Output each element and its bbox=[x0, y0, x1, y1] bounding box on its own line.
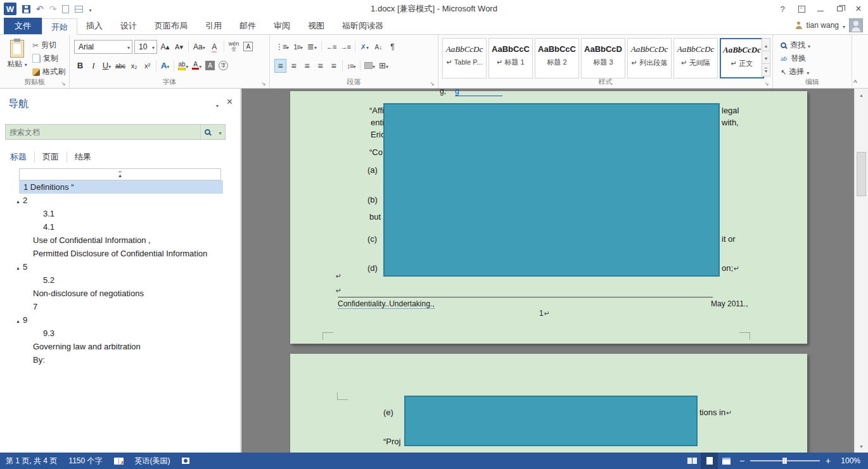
align-left-button[interactable] bbox=[274, 59, 286, 73]
search-options-button[interactable] bbox=[215, 125, 225, 139]
style-item-table-paragraph[interactable]: AaBbCcDc↵ Table P... bbox=[442, 38, 487, 78]
highlight-button[interactable]: ab bbox=[177, 59, 189, 73]
nav-heading-item[interactable]: Non-disclosure of negotiations bbox=[13, 287, 223, 300]
font-dialog-launcher[interactable] bbox=[260, 78, 267, 86]
shrink-font-button[interactable] bbox=[173, 40, 185, 54]
nav-heading-item[interactable]: 7 bbox=[13, 300, 223, 313]
style-item-heading2[interactable]: AaBbCcC标题 2 bbox=[535, 38, 579, 78]
nav-heading-item[interactable]: 2 bbox=[13, 194, 223, 207]
subscript-button[interactable] bbox=[128, 59, 140, 73]
jump-to-top-button[interactable] bbox=[19, 168, 221, 180]
align-right-button[interactable] bbox=[301, 59, 313, 73]
font-name-combobox[interactable]: Arial bbox=[74, 40, 132, 54]
collapse-triangle-icon[interactable] bbox=[15, 262, 23, 272]
align-center-button[interactable] bbox=[288, 59, 300, 73]
redo-button[interactable] bbox=[49, 4, 57, 14]
style-item-heading3[interactable]: AaBbCcD标题 3 bbox=[581, 38, 625, 78]
tab-design[interactable]: 设计 bbox=[112, 18, 146, 34]
nav-heading-item[interactable]: 4.1 bbox=[13, 220, 223, 234]
nav-tab-pages[interactable]: 页面 bbox=[35, 151, 67, 163]
bold-button[interactable] bbox=[74, 59, 86, 73]
style-item-heading1[interactable]: AaBbCcC↵ 标题 1 bbox=[488, 38, 533, 78]
tab-insert[interactable]: 插入 bbox=[77, 18, 112, 34]
word-count[interactable]: 1150 个字 bbox=[63, 453, 108, 469]
change-case-button[interactable] bbox=[192, 40, 207, 54]
cut-button[interactable]: 剪切 bbox=[32, 39, 65, 52]
ribbon-display-options-button[interactable] bbox=[792, 1, 811, 16]
select-button[interactable]: 选择 bbox=[781, 65, 810, 78]
styles-scroll-up-button[interactable] bbox=[762, 38, 770, 51]
styles-more-button[interactable] bbox=[762, 63, 770, 77]
justify-button[interactable] bbox=[314, 59, 326, 73]
italic-button[interactable] bbox=[87, 59, 99, 73]
nav-heading-item[interactable]: 9.3 bbox=[13, 327, 223, 340]
scroll-up-button[interactable] bbox=[855, 90, 868, 100]
distributed-button[interactable] bbox=[328, 59, 340, 73]
tab-review[interactable]: 审阅 bbox=[265, 18, 299, 34]
document-page-2[interactable]: (e) tions in↵ “Proj bbox=[290, 354, 807, 453]
scroll-down-button[interactable] bbox=[855, 441, 868, 451]
nav-heading-item[interactable]: 5.2 bbox=[13, 273, 223, 287]
tab-file[interactable]: 文件 bbox=[4, 18, 42, 34]
tab-references[interactable]: 引用 bbox=[196, 18, 231, 34]
bullets-button[interactable] bbox=[274, 40, 290, 54]
style-item-list-paragraph[interactable]: AaBbCcDc↵ 列出段落 bbox=[627, 38, 672, 78]
language-indicator[interactable]: 英语(美国) bbox=[129, 453, 176, 469]
nav-heading-item[interactable]: By: bbox=[13, 353, 223, 366]
nav-heading-item[interactable]: Permitted Disclosure of Confidential Inf… bbox=[13, 247, 223, 260]
navigation-pane-options-button[interactable] bbox=[216, 100, 219, 109]
tab-home[interactable]: 开始 bbox=[42, 18, 77, 35]
close-button[interactable] bbox=[849, 1, 868, 16]
undo-button[interactable] bbox=[36, 4, 44, 14]
search-input[interactable] bbox=[6, 128, 200, 137]
font-size-combobox[interactable]: 10 bbox=[134, 40, 157, 54]
paragraph-dialog-launcher[interactable] bbox=[428, 78, 436, 86]
redaction-shape-1[interactable] bbox=[383, 103, 720, 277]
page-indicator[interactable]: 第 1 页, 共 4 页 bbox=[0, 453, 63, 469]
tab-view[interactable]: 视图 bbox=[299, 18, 333, 34]
restore-button[interactable] bbox=[830, 1, 849, 16]
minimize-button[interactable] bbox=[811, 1, 830, 16]
redaction-shape-2[interactable] bbox=[404, 396, 698, 446]
grow-font-button[interactable] bbox=[159, 40, 171, 54]
paste-button[interactable]: 粘贴 bbox=[3, 38, 31, 80]
numbering-button[interactable] bbox=[292, 40, 304, 54]
text-effects-button[interactable] bbox=[159, 59, 171, 73]
increase-indent-button[interactable] bbox=[339, 40, 351, 54]
find-button[interactable]: 查找 bbox=[781, 39, 810, 52]
superscript-button[interactable] bbox=[141, 59, 153, 73]
tab-foxit-reader[interactable]: 福昕阅读器 bbox=[333, 18, 392, 34]
save-button[interactable] bbox=[22, 5, 30, 13]
style-item-no-spacing[interactable]: AaBbCcDc↵ 无间隔 bbox=[673, 38, 718, 78]
document-search-box[interactable] bbox=[5, 124, 226, 140]
zoom-level[interactable]: 100% bbox=[835, 456, 868, 465]
underline-button[interactable] bbox=[101, 59, 113, 73]
web-layout-button[interactable] bbox=[718, 453, 735, 469]
line-spacing-button[interactable] bbox=[345, 59, 357, 73]
shading-button[interactable] bbox=[363, 59, 376, 73]
format-painter-button[interactable]: 格式刷 bbox=[32, 65, 65, 78]
navigation-pane-close-button[interactable] bbox=[227, 96, 233, 108]
nav-heading-item[interactable]: 9 bbox=[13, 313, 223, 327]
collapse-triangle-icon[interactable] bbox=[15, 315, 23, 325]
zoom-in-button[interactable]: + bbox=[821, 453, 835, 469]
vertical-scrollbar[interactable] bbox=[854, 89, 868, 453]
nav-heading-item-selected[interactable]: 1 Definitions “ bbox=[19, 180, 223, 194]
copy-button[interactable]: 复制 bbox=[32, 52, 65, 65]
phonetic-guide-button[interactable]: wén变 bbox=[227, 40, 241, 54]
hyperlink-fragment[interactable]: g bbox=[455, 89, 502, 96]
sort-button[interactable] bbox=[373, 40, 385, 54]
zoom-out-button[interactable]: − bbox=[735, 453, 749, 469]
show-marks-button[interactable] bbox=[386, 40, 399, 54]
tab-mailings[interactable]: 邮件 bbox=[231, 18, 265, 34]
character-border-button[interactable]: A bbox=[242, 40, 254, 54]
collapse-triangle-icon[interactable] bbox=[15, 196, 23, 205]
qat-customize-button[interactable] bbox=[89, 4, 91, 14]
nav-heading-item[interactable]: Governing law and arbitration bbox=[13, 340, 223, 353]
document-canvas[interactable]: g,g “Affi legal entit with, Eric “Co (a)… bbox=[241, 89, 854, 453]
qat-document-button[interactable] bbox=[62, 5, 69, 13]
character-shading-button[interactable]: A bbox=[204, 59, 216, 73]
styles-dialog-launcher[interactable] bbox=[763, 78, 770, 86]
zoom-slider[interactable] bbox=[750, 457, 820, 465]
replace-button[interactable]: ab替换 bbox=[781, 52, 810, 65]
